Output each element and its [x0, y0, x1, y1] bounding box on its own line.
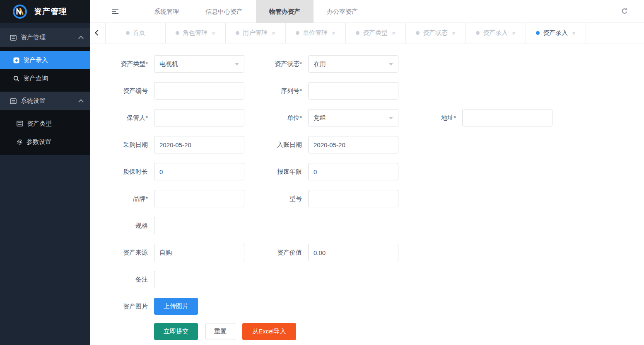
- asset-type-select[interactable]: 电视机: [154, 55, 244, 73]
- sidebar-item-label: 参数设置: [27, 138, 51, 146]
- page-tab-label: 资产录入: [483, 29, 508, 37]
- form-row: 资产来源 资产价值: [90, 244, 644, 261]
- page-tab-label: 资产状态: [423, 29, 448, 37]
- tab-office-assets[interactable]: 办公室资产: [314, 0, 371, 23]
- tab-dot: [236, 31, 239, 35]
- app-root: 资产管理 资产管理 资产录入: [0, 0, 644, 345]
- topbar: 系统管理 信息中心资产 物管办资产 办公室资产: [90, 0, 644, 23]
- field-label: 序列号*: [244, 82, 308, 100]
- field-label: 资产类型*: [90, 55, 154, 73]
- sidebar-group-system-settings[interactable]: 系统设置: [0, 92, 90, 110]
- page-tab-home[interactable]: 首页: [106, 23, 166, 43]
- page-tab-label: 单位管理: [303, 29, 328, 37]
- field-label: 资产编号: [90, 82, 154, 100]
- page-tab-unit-management[interactable]: 单位管理 ×: [286, 23, 346, 43]
- tab-info-center-assets[interactable]: 信息中心资产: [192, 0, 256, 23]
- sidebar-item-param-settings[interactable]: 参数设置: [0, 133, 90, 151]
- tab-dot: [416, 31, 420, 35]
- entry-date-input[interactable]: [308, 136, 398, 153]
- tab-dot: [126, 31, 130, 35]
- gear-icon: [17, 139, 23, 145]
- list-icon: [10, 98, 17, 104]
- page-tab-label: 资产类型: [363, 29, 388, 37]
- submit-button[interactable]: 立即提交: [154, 323, 198, 340]
- asset-no-input[interactable]: [154, 82, 244, 100]
- chevron-down-icon: [389, 63, 393, 66]
- page-tab-label: 角色管理: [183, 29, 207, 37]
- field-label: 规格: [90, 217, 154, 234]
- address-input[interactable]: [462, 109, 552, 126]
- page-tab-label: 资产录入: [543, 29, 568, 37]
- form-row: 规格: [90, 217, 644, 234]
- search-icon: [13, 75, 19, 82]
- close-icon[interactable]: ×: [452, 29, 456, 36]
- purchase-date-input[interactable]: [154, 136, 244, 153]
- selected-value: 党组: [314, 114, 326, 122]
- brand-input[interactable]: [154, 190, 244, 207]
- unit-select[interactable]: 党组: [308, 109, 398, 126]
- collapse-menu-icon[interactable]: [111, 7, 119, 15]
- field-label: 入账日期: [244, 136, 308, 153]
- sidebar-group-label: 系统设置: [21, 97, 79, 105]
- field-label: 品牌*: [90, 190, 154, 207]
- sidebar-menu: 资产管理 资产录入 资产查询: [0, 23, 90, 155]
- tab-property-office-assets[interactable]: 物管办资产: [256, 0, 314, 23]
- form-row: 备注: [90, 271, 644, 288]
- keeper-input[interactable]: [154, 109, 244, 126]
- import-excel-button[interactable]: 从Excel导入: [242, 323, 296, 340]
- field-label: 资产来源: [90, 244, 154, 261]
- form-row: 品牌* 型号: [90, 190, 644, 207]
- page-tab-asset-entry-active[interactable]: 资产录入 ×: [526, 23, 586, 43]
- remark-input[interactable]: [154, 271, 644, 288]
- list-icon: [17, 121, 23, 126]
- close-icon[interactable]: ×: [332, 29, 335, 36]
- logo-area: 资产管理: [0, 0, 90, 23]
- form-row: 资产图片 上传图片: [90, 298, 644, 315]
- scrap-years-input[interactable]: [308, 163, 398, 180]
- tabs-scroll-left-button[interactable]: [90, 23, 106, 43]
- chevron-up-icon: [78, 36, 84, 41]
- sidebar-item-asset-query[interactable]: 资产查询: [0, 69, 90, 87]
- upload-image-button[interactable]: 上传图片: [154, 298, 198, 315]
- reset-button[interactable]: 重置: [205, 323, 235, 340]
- field-label: 保管人*: [90, 109, 154, 126]
- page-tab-asset-status[interactable]: 资产状态 ×: [406, 23, 466, 43]
- asset-source-input[interactable]: [154, 244, 244, 261]
- plus-square-icon: [13, 57, 19, 63]
- page-tabbar: 首页 角色管理 × 用户管理 × 单位管理 × 资产类型 ×: [90, 23, 644, 44]
- main-area: 系统管理 信息中心资产 物管办资产 办公室资产 首页: [90, 0, 644, 345]
- close-icon[interactable]: ×: [212, 29, 215, 36]
- page-tab-user-management[interactable]: 用户管理 ×: [226, 23, 286, 43]
- refresh-icon[interactable]: [621, 7, 628, 15]
- module-tabs: 系统管理 信息中心资产 物管办资产 办公室资产: [141, 0, 371, 23]
- field-label: 单位*: [244, 109, 308, 126]
- asset-status-select[interactable]: 在用: [308, 55, 398, 73]
- field-label: 质保时长: [90, 163, 154, 180]
- page-tab-role-management[interactable]: 角色管理 ×: [166, 23, 226, 43]
- close-icon[interactable]: ×: [572, 29, 576, 36]
- close-icon[interactable]: ×: [392, 29, 396, 36]
- form-row: 采购日期 入账日期: [90, 136, 644, 153]
- app-logo-icon: [12, 3, 28, 20]
- field-label: 资产价值: [244, 244, 308, 261]
- sidebar-group-asset-management[interactable]: 资产管理: [0, 28, 90, 47]
- sidebar-item-label: 资产录入: [23, 56, 48, 64]
- serial-no-input[interactable]: [308, 82, 398, 100]
- sidebar: 资产管理 资产管理 资产录入: [0, 0, 90, 345]
- tab-system-management[interactable]: 系统管理: [141, 0, 192, 23]
- sidebar-item-label: 资产类型: [27, 120, 52, 128]
- list-icon: [10, 35, 17, 41]
- tab-dot: [176, 31, 179, 35]
- asset-price-input[interactable]: [308, 244, 398, 261]
- warranty-input[interactable]: [154, 163, 244, 180]
- page-tab-asset-entry[interactable]: 资产录入 ×: [466, 23, 526, 43]
- page-tab-label: 首页: [133, 29, 145, 37]
- spec-input[interactable]: [154, 217, 644, 234]
- close-icon[interactable]: ×: [272, 29, 275, 36]
- page-tab-asset-type[interactable]: 资产类型 ×: [346, 23, 406, 43]
- sidebar-item-asset-entry[interactable]: 资产录入: [0, 51, 90, 69]
- sidebar-item-asset-type[interactable]: 资产类型: [0, 114, 90, 133]
- chevron-down-icon: [235, 63, 239, 66]
- model-input[interactable]: [308, 190, 398, 207]
- close-icon[interactable]: ×: [512, 29, 516, 36]
